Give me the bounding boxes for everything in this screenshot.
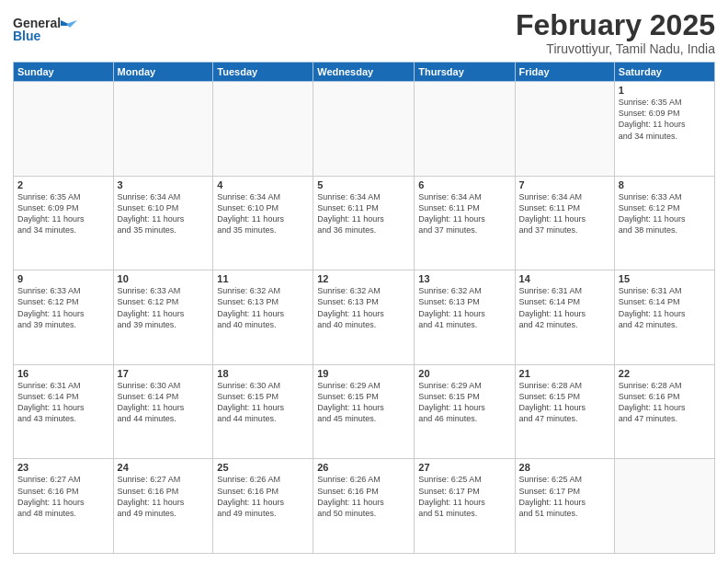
calendar-cell: 4Sunrise: 6:34 AM Sunset: 6:10 PM Daylig… bbox=[213, 176, 313, 270]
day-number: 20 bbox=[418, 368, 510, 379]
day-number: 25 bbox=[217, 462, 309, 473]
calendar-cell: 9Sunrise: 6:33 AM Sunset: 6:12 PM Daylig… bbox=[14, 270, 114, 365]
calendar-cell: 1Sunrise: 6:35 AM Sunset: 6:09 PM Daylig… bbox=[614, 82, 714, 177]
day-info: Sunrise: 6:33 AM Sunset: 6:12 PM Dayligh… bbox=[118, 285, 210, 330]
day-number: 12 bbox=[317, 273, 410, 284]
calendar-cell bbox=[313, 82, 415, 177]
weekday-header-sunday: Sunday bbox=[14, 63, 114, 82]
day-info: Sunrise: 6:34 AM Sunset: 6:11 PM Dayligh… bbox=[418, 191, 510, 236]
day-number: 17 bbox=[118, 368, 210, 379]
calendar-cell: 18Sunrise: 6:30 AM Sunset: 6:15 PM Dayli… bbox=[213, 364, 313, 459]
weekday-header-friday: Friday bbox=[515, 63, 614, 82]
weekday-header-wednesday: Wednesday bbox=[313, 63, 415, 82]
day-info: Sunrise: 6:30 AM Sunset: 6:15 PM Dayligh… bbox=[217, 380, 309, 425]
day-info: Sunrise: 6:31 AM Sunset: 6:14 PM Dayligh… bbox=[619, 285, 711, 330]
day-number: 16 bbox=[17, 368, 109, 379]
calendar-cell: 16Sunrise: 6:31 AM Sunset: 6:14 PM Dayli… bbox=[14, 364, 114, 459]
calendar-cell: 17Sunrise: 6:30 AM Sunset: 6:14 PM Dayli… bbox=[113, 364, 213, 459]
day-info: Sunrise: 6:31 AM Sunset: 6:14 PM Dayligh… bbox=[17, 380, 109, 425]
calendar-cell: 10Sunrise: 6:33 AM Sunset: 6:12 PM Dayli… bbox=[113, 270, 213, 365]
calendar-cell: 6Sunrise: 6:34 AM Sunset: 6:11 PM Daylig… bbox=[415, 176, 515, 270]
day-info: Sunrise: 6:28 AM Sunset: 6:16 PM Dayligh… bbox=[619, 380, 711, 425]
day-info: Sunrise: 6:34 AM Sunset: 6:11 PM Dayligh… bbox=[317, 191, 410, 236]
calendar-week-2: 2Sunrise: 6:35 AM Sunset: 6:09 PM Daylig… bbox=[14, 176, 715, 270]
day-info: Sunrise: 6:29 AM Sunset: 6:15 PM Dayligh… bbox=[418, 380, 510, 425]
calendar-week-4: 16Sunrise: 6:31 AM Sunset: 6:14 PM Dayli… bbox=[14, 364, 715, 459]
day-number: 28 bbox=[519, 462, 610, 473]
calendar-cell: 25Sunrise: 6:26 AM Sunset: 6:16 PM Dayli… bbox=[213, 459, 313, 554]
day-info: Sunrise: 6:32 AM Sunset: 6:13 PM Dayligh… bbox=[217, 285, 309, 330]
day-number: 23 bbox=[17, 462, 109, 473]
day-number: 9 bbox=[17, 273, 109, 284]
day-number: 26 bbox=[317, 462, 410, 473]
day-info: Sunrise: 6:32 AM Sunset: 6:13 PM Dayligh… bbox=[418, 285, 510, 330]
day-info: Sunrise: 6:31 AM Sunset: 6:14 PM Dayligh… bbox=[519, 285, 610, 330]
calendar-cell: 23Sunrise: 6:27 AM Sunset: 6:16 PM Dayli… bbox=[14, 459, 114, 554]
calendar-cell: 28Sunrise: 6:25 AM Sunset: 6:17 PM Dayli… bbox=[515, 459, 614, 554]
day-number: 15 bbox=[619, 273, 711, 284]
weekday-header-tuesday: Tuesday bbox=[213, 63, 313, 82]
weekday-header-saturday: Saturday bbox=[614, 63, 714, 82]
day-number: 3 bbox=[118, 179, 210, 190]
day-info: Sunrise: 6:27 AM Sunset: 6:16 PM Dayligh… bbox=[17, 474, 109, 519]
calendar-cell: 15Sunrise: 6:31 AM Sunset: 6:14 PM Dayli… bbox=[614, 270, 714, 365]
calendar-cell: 19Sunrise: 6:29 AM Sunset: 6:15 PM Dayli… bbox=[313, 364, 415, 459]
calendar-cell bbox=[614, 459, 714, 554]
calendar-week-5: 23Sunrise: 6:27 AM Sunset: 6:16 PM Dayli… bbox=[14, 459, 715, 554]
calendar-week-3: 9Sunrise: 6:33 AM Sunset: 6:12 PM Daylig… bbox=[14, 270, 715, 365]
day-info: Sunrise: 6:34 AM Sunset: 6:10 PM Dayligh… bbox=[217, 191, 309, 236]
day-info: Sunrise: 6:26 AM Sunset: 6:16 PM Dayligh… bbox=[317, 474, 410, 519]
day-number: 4 bbox=[217, 179, 309, 190]
day-number: 21 bbox=[519, 368, 610, 379]
calendar-cell bbox=[213, 82, 313, 177]
logo: General Blue bbox=[13, 13, 96, 46]
day-info: Sunrise: 6:29 AM Sunset: 6:15 PM Dayligh… bbox=[317, 380, 410, 425]
calendar-cell: 24Sunrise: 6:27 AM Sunset: 6:16 PM Dayli… bbox=[113, 459, 213, 554]
calendar-cell: 7Sunrise: 6:34 AM Sunset: 6:11 PM Daylig… bbox=[515, 176, 614, 270]
day-info: Sunrise: 6:33 AM Sunset: 6:12 PM Dayligh… bbox=[17, 285, 109, 330]
day-info: Sunrise: 6:25 AM Sunset: 6:17 PM Dayligh… bbox=[519, 474, 610, 519]
calendar-week-1: 1Sunrise: 6:35 AM Sunset: 6:09 PM Daylig… bbox=[14, 82, 715, 177]
calendar-cell: 3Sunrise: 6:34 AM Sunset: 6:10 PM Daylig… bbox=[113, 176, 213, 270]
calendar-cell: 12Sunrise: 6:32 AM Sunset: 6:13 PM Dayli… bbox=[313, 270, 415, 365]
day-number: 27 bbox=[418, 462, 510, 473]
day-number: 8 bbox=[619, 179, 711, 190]
day-number: 13 bbox=[418, 273, 510, 284]
day-number: 2 bbox=[17, 179, 109, 190]
calendar-cell: 13Sunrise: 6:32 AM Sunset: 6:13 PM Dayli… bbox=[415, 270, 515, 365]
calendar-table: SundayMondayTuesdayWednesdayThursdayFrid… bbox=[13, 62, 715, 554]
calendar-cell: 14Sunrise: 6:31 AM Sunset: 6:14 PM Dayli… bbox=[515, 270, 614, 365]
svg-marker-3 bbox=[66, 20, 77, 28]
day-info: Sunrise: 6:25 AM Sunset: 6:17 PM Dayligh… bbox=[418, 474, 510, 519]
calendar-cell bbox=[515, 82, 614, 177]
calendar-cell bbox=[415, 82, 515, 177]
calendar-cell: 11Sunrise: 6:32 AM Sunset: 6:13 PM Dayli… bbox=[213, 270, 313, 365]
subtitle: Tiruvottiyur, Tamil Nadu, India bbox=[516, 41, 715, 56]
day-number: 24 bbox=[118, 462, 210, 473]
weekday-header-thursday: Thursday bbox=[415, 63, 515, 82]
page: General Blue February 2025 Tiruvottiyur,… bbox=[0, 0, 728, 563]
day-info: Sunrise: 6:28 AM Sunset: 6:15 PM Dayligh… bbox=[519, 380, 610, 425]
calendar-cell: 5Sunrise: 6:34 AM Sunset: 6:11 PM Daylig… bbox=[313, 176, 415, 270]
day-info: Sunrise: 6:32 AM Sunset: 6:13 PM Dayligh… bbox=[317, 285, 410, 330]
day-info: Sunrise: 6:26 AM Sunset: 6:16 PM Dayligh… bbox=[217, 474, 309, 519]
calendar-cell bbox=[14, 82, 114, 177]
weekday-header-monday: Monday bbox=[113, 63, 213, 82]
day-info: Sunrise: 6:34 AM Sunset: 6:10 PM Dayligh… bbox=[118, 191, 210, 236]
day-info: Sunrise: 6:33 AM Sunset: 6:12 PM Dayligh… bbox=[619, 191, 711, 236]
title-block: February 2025 Tiruvottiyur, Tamil Nadu, … bbox=[516, 9, 715, 56]
calendar-cell bbox=[113, 82, 213, 177]
day-number: 14 bbox=[519, 273, 610, 284]
header: General Blue February 2025 Tiruvottiyur,… bbox=[13, 9, 715, 56]
day-number: 19 bbox=[317, 368, 410, 379]
day-number: 22 bbox=[619, 368, 711, 379]
calendar-cell: 2Sunrise: 6:35 AM Sunset: 6:09 PM Daylig… bbox=[14, 176, 114, 270]
main-title: February 2025 bbox=[516, 9, 715, 41]
day-info: Sunrise: 6:27 AM Sunset: 6:16 PM Dayligh… bbox=[118, 474, 210, 519]
day-number: 11 bbox=[217, 273, 309, 284]
day-info: Sunrise: 6:35 AM Sunset: 6:09 PM Dayligh… bbox=[17, 191, 109, 236]
calendar-cell: 21Sunrise: 6:28 AM Sunset: 6:15 PM Dayli… bbox=[515, 364, 614, 459]
day-number: 1 bbox=[619, 85, 711, 96]
calendar-cell: 20Sunrise: 6:29 AM Sunset: 6:15 PM Dayli… bbox=[415, 364, 515, 459]
calendar-cell: 27Sunrise: 6:25 AM Sunset: 6:17 PM Dayli… bbox=[415, 459, 515, 554]
